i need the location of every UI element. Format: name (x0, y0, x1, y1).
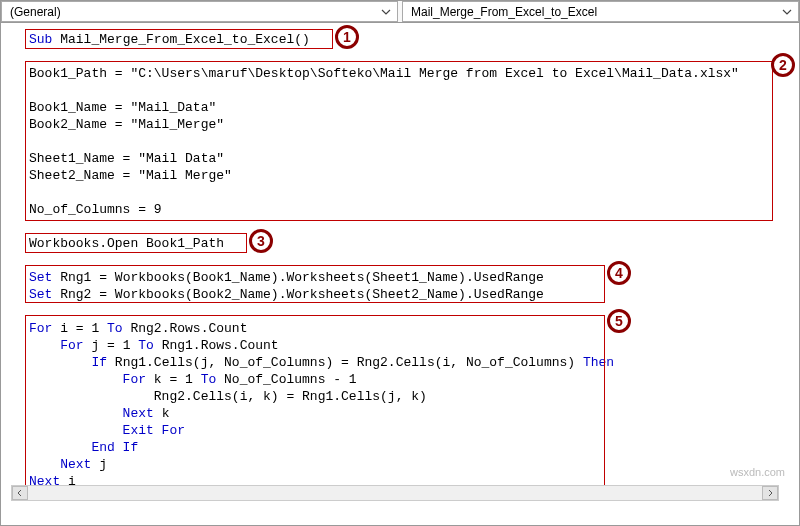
procedure-dropdown-label: Mail_Merge_From_Excel_to_Excel (411, 5, 597, 19)
code-line: For k = 1 To No_of_Columns - 1 (29, 371, 799, 388)
code-line: Next j (29, 456, 799, 473)
code-line: Sheet2_Name = "Mail Merge" (29, 167, 799, 184)
horizontal-scrollbar[interactable] (11, 485, 779, 501)
code-editor[interactable]: Sub Mail_Merge_From_Excel_to_Excel() Boo… (1, 23, 799, 503)
code-line: Book2_Name = "Mail_Merge" (29, 116, 799, 133)
code-line: Rng2.Cells(i, k) = Rng1.Cells(j, k) (29, 388, 799, 405)
code-line: If Rng1.Cells(j, No_of_Columns) = Rng2.C… (29, 354, 799, 371)
object-dropdown-label: (General) (10, 5, 61, 19)
code-line: Set Rng2 = Workbooks(Book2_Name).Workshe… (29, 286, 799, 303)
dropdown-bar: (General) Mail_Merge_From_Excel_to_Excel (1, 1, 799, 23)
code-line: Workbooks.Open Book1_Path (29, 235, 799, 252)
code-line: For j = 1 To Rng1.Rows.Count (29, 337, 799, 354)
code-line: Exit For (29, 422, 799, 439)
code-line: No_of_Columns = 9 (29, 201, 799, 218)
procedure-dropdown[interactable]: Mail_Merge_From_Excel_to_Excel (402, 1, 799, 22)
code-line: Book1_Path = "C:\Users\maruf\Desktop\Sof… (29, 65, 799, 82)
code-line: Set Rng1 = Workbooks(Book1_Name).Workshe… (29, 269, 799, 286)
scroll-track[interactable] (28, 486, 762, 500)
code-line: Next k (29, 405, 799, 422)
code-line: For i = 1 To Rng2.Rows.Count (29, 320, 799, 337)
code-line: End If (29, 439, 799, 456)
code-line: Sheet1_Name = "Mail Data" (29, 150, 799, 167)
object-dropdown[interactable]: (General) (1, 1, 398, 22)
code-line: Sub Mail_Merge_From_Excel_to_Excel() (29, 31, 799, 48)
code-line: Book1_Name = "Mail_Data" (29, 99, 799, 116)
scroll-right-icon[interactable] (762, 486, 778, 500)
chevron-down-icon (780, 5, 794, 19)
chevron-down-icon (379, 5, 393, 19)
scroll-left-icon[interactable] (12, 486, 28, 500)
watermark: wsxdn.com (730, 464, 785, 481)
